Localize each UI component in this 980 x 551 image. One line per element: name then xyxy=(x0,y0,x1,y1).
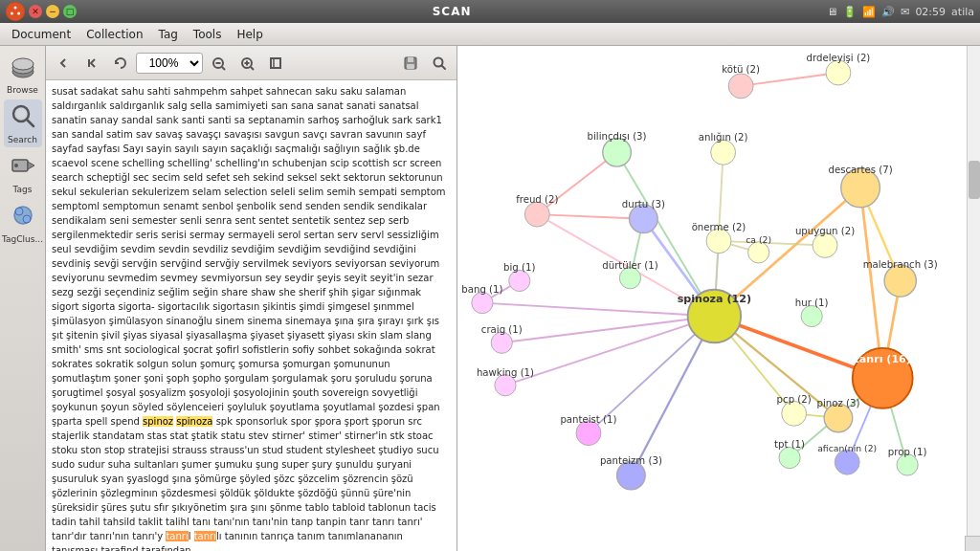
svg-line-52 xyxy=(537,152,616,214)
svg-line-28 xyxy=(442,65,446,69)
search-label: Search xyxy=(8,136,37,145)
svg-point-15 xyxy=(23,215,31,223)
graph-scrollbar[interactable] xyxy=(967,46,980,551)
label-pcp: pcp (2) xyxy=(777,394,812,405)
minimize-button[interactable]: − xyxy=(46,5,59,18)
node-durtuler[interactable] xyxy=(619,268,640,289)
tagclus-label: TagClus... xyxy=(2,235,43,245)
menu-document[interactable]: Document xyxy=(4,26,78,43)
node-craig[interactable] xyxy=(491,332,512,353)
label-hur: hur (1) xyxy=(795,298,829,308)
label-malebranch: malebranch (3) xyxy=(863,259,938,270)
svg-line-51 xyxy=(741,73,838,86)
username: atila xyxy=(951,6,974,18)
sidebar-item-tagclus[interactable]: TagClus... xyxy=(4,199,42,247)
nav-back-button[interactable] xyxy=(50,50,77,77)
graph-scroll-thumb[interactable] xyxy=(969,161,980,199)
label-durtuler: dürtüler (1) xyxy=(602,260,657,271)
label-ca: ca (2) xyxy=(746,234,771,245)
node-ca[interactable] xyxy=(748,242,769,263)
node-malebranch[interactable] xyxy=(884,265,916,297)
text-panel: 100% 50% 75% 125% 150% 200% xyxy=(46,46,457,551)
node-bilincidisi[interactable] xyxy=(603,138,632,166)
system-tray: 🖥 🔋 📶 🔊 ✉ 02:59 atila xyxy=(827,6,974,18)
zoom-out-button[interactable] xyxy=(205,50,232,77)
label-bang: bang (1) xyxy=(461,284,502,295)
svg-rect-25 xyxy=(408,57,413,62)
label-tanri: tanrı (16) xyxy=(855,353,911,365)
zoom-reset-button[interactable] xyxy=(262,50,289,77)
close-button[interactable]: ✕ xyxy=(29,5,42,18)
svg-point-12 xyxy=(14,164,18,167)
menu-help[interactable]: Help xyxy=(229,26,270,43)
label-anligin: anlığın (2) xyxy=(699,132,748,143)
node-tpt[interactable] xyxy=(779,447,800,468)
save-button[interactable] xyxy=(397,50,424,77)
svg-point-1 xyxy=(14,7,17,10)
sidebar-item-tags[interactable]: Tags xyxy=(4,149,42,197)
node-drdeleyisi[interactable] xyxy=(826,60,851,85)
graph-panel[interactable]: kötü (2) drdeleyişi (2) bilinçdışı (3) a… xyxy=(457,46,980,551)
menu-collection[interactable]: Collection xyxy=(78,26,150,43)
tags-icon xyxy=(10,152,36,184)
label-upuygun: upuygun (2) xyxy=(795,226,855,236)
tray-icon-wifi: 📶 xyxy=(862,6,876,18)
node-panteist[interactable] xyxy=(576,421,601,446)
node-prop[interactable] xyxy=(897,454,918,475)
zoom-in-button[interactable] xyxy=(234,50,260,77)
text-content[interactable]: susat sadakat sahu sahti sahmpehm sahpet… xyxy=(46,80,457,551)
svg-rect-22 xyxy=(271,58,280,68)
node-onerme[interactable] xyxy=(706,229,731,253)
tags-label: Tags xyxy=(13,186,33,195)
clock: 02:59 xyxy=(915,6,946,18)
tray-icon-battery: 🔋 xyxy=(843,6,857,18)
sidebar-item-search[interactable]: Search xyxy=(4,99,42,147)
browse-label: Browse xyxy=(7,86,38,96)
label-panteist: panteist (1) xyxy=(560,414,616,425)
svg-marker-11 xyxy=(28,162,34,169)
window-controls: ✕ − □ xyxy=(6,2,77,21)
node-anligin[interactable] xyxy=(711,140,736,165)
nav-prev-button[interactable] xyxy=(78,50,105,77)
label-drdeleyisi: drdeleyişi (2) xyxy=(807,53,871,63)
menu-tools[interactable]: Tools xyxy=(186,26,230,43)
node-pcp[interactable] xyxy=(782,401,807,426)
node-bang[interactable] xyxy=(472,293,493,314)
label-panteizm: panteizm (3) xyxy=(600,455,662,466)
label-onerme: önerme (2) xyxy=(692,222,746,232)
search-text-button[interactable] xyxy=(426,50,453,77)
svg-line-8 xyxy=(27,120,33,126)
menu-tag[interactable]: Tag xyxy=(151,26,186,43)
label-bilincidisi: bilinçdışı (3) xyxy=(588,131,647,142)
zoom-select[interactable]: 100% 50% 75% 125% 150% 200% xyxy=(136,53,203,74)
maximize-button[interactable]: □ xyxy=(63,5,77,18)
svg-point-14 xyxy=(15,208,23,215)
label-kotu: kötü (2) xyxy=(722,64,760,75)
node-hawking[interactable] xyxy=(495,375,516,396)
label-big: big (1) xyxy=(503,262,535,273)
svg-line-36 xyxy=(501,317,714,343)
node-kotu[interactable] xyxy=(728,74,753,99)
menubar: Document Collection Tag Tools Help xyxy=(0,23,980,46)
node-hur[interactable] xyxy=(801,305,822,326)
node-upuygun[interactable] xyxy=(813,233,837,258)
svg-point-6 xyxy=(12,58,33,70)
toolbar: 100% 50% 75% 125% 150% 200% xyxy=(46,46,457,80)
label-durtu: durtu (3) xyxy=(622,199,665,209)
svg-point-2 xyxy=(17,12,20,15)
label-pinoz: pinoz (3) xyxy=(816,398,859,408)
tray-icon-display: 🖥 xyxy=(827,6,837,18)
svg-rect-26 xyxy=(407,64,414,69)
sidebar-item-browse[interactable]: Browse xyxy=(4,50,42,98)
refresh-button[interactable] xyxy=(107,50,134,77)
label-descartes: descartes (7) xyxy=(829,165,893,175)
svg-point-9 xyxy=(16,109,26,119)
graph-nodes[interactable]: kötü (2) drdeleyişi (2) bilinçdışı (3) a… xyxy=(461,53,937,490)
browse-icon xyxy=(10,53,36,84)
node-big[interactable] xyxy=(509,270,530,291)
node-afican[interactable] xyxy=(835,450,859,474)
node-freud[interactable] xyxy=(524,202,549,227)
sidebar: Browse Search Tags xyxy=(0,46,46,551)
document-text: susat sadakat sahu sahti sahmpehm sahpet… xyxy=(52,86,446,551)
svg-line-35 xyxy=(482,303,714,317)
